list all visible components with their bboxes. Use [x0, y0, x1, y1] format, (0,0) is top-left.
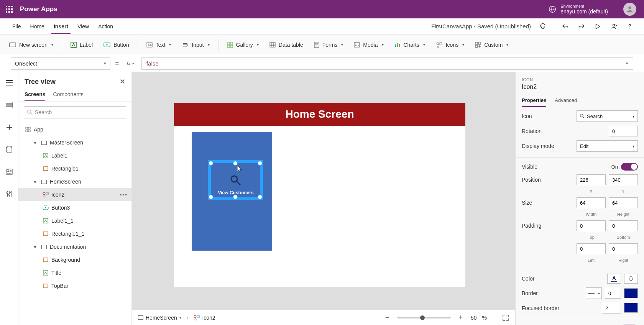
icons-label: Icons: [446, 42, 458, 48]
new-screen-button[interactable]: New screen▾: [5, 39, 57, 50]
tree-label1-1[interactable]: Label1_1: [18, 214, 131, 227]
search-icon: [27, 110, 33, 115]
app-launcher-icon[interactable]: [4, 4, 15, 15]
rotation-input[interactable]: [609, 126, 638, 136]
search-icon[interactable]: [230, 175, 242, 186]
zoom-slider[interactable]: [397, 317, 451, 318]
menu-insert[interactable]: Insert: [49, 18, 73, 34]
button-button[interactable]: Button: [100, 39, 133, 50]
border-width-input[interactable]: [605, 288, 621, 299]
property-selector[interactable]: OnSelect ▾: [11, 57, 110, 70]
zoom-in-button[interactable]: +: [456, 314, 465, 322]
menu-home[interactable]: Home: [26, 18, 49, 34]
resize-handle[interactable]: [233, 161, 238, 166]
charts-button[interactable]: Charts▾: [391, 39, 429, 50]
gallery-button[interactable]: Gallery▾: [223, 39, 263, 50]
tree-title-item[interactable]: Title: [18, 266, 131, 279]
insert-icon[interactable]: [3, 121, 15, 133]
padding-bottom-input[interactable]: [609, 220, 638, 231]
icon-select[interactable]: Search ▾: [577, 110, 638, 122]
padding-left-input[interactable]: [577, 243, 606, 254]
tree-view-icon[interactable]: [3, 99, 15, 111]
close-icon[interactable]: ✕: [120, 77, 125, 86]
slider-thumb[interactable]: [420, 315, 425, 320]
hamburger-icon[interactable]: [3, 77, 15, 89]
icons-button[interactable]: Icons▾: [432, 39, 468, 50]
svg-point-47: [28, 110, 31, 113]
prop-color-label: Color: [522, 276, 607, 282]
resize-handle[interactable]: [258, 161, 262, 166]
media-panel-icon[interactable]: [3, 166, 15, 178]
datatable-button[interactable]: Data table: [266, 39, 307, 50]
tree-search-input[interactable]: Search: [24, 106, 126, 118]
svg-rect-62: [42, 245, 47, 249]
formula-input[interactable]: false ▾: [141, 57, 633, 70]
media-button[interactable]: Media▾: [350, 39, 387, 50]
advanced-tools-icon[interactable]: [3, 188, 15, 200]
app-checker-icon[interactable]: [536, 20, 549, 33]
breadcrumb-screen[interactable]: HomeScreen ▾: [138, 315, 181, 321]
border-color-swatch[interactable]: [624, 288, 638, 298]
border-style-select[interactable]: ▾: [586, 287, 602, 299]
canvas-screen[interactable]: Home Screen View Customers: [174, 103, 465, 287]
tree-label1[interactable]: Label1: [18, 149, 131, 162]
fill-color-swatch[interactable]: [624, 274, 638, 284]
redo-icon[interactable]: [575, 20, 588, 33]
data-icon[interactable]: [3, 143, 15, 156]
share-icon[interactable]: [607, 20, 620, 33]
tab-properties[interactable]: Properties: [522, 94, 546, 107]
tree-background[interactable]: Background: [18, 253, 131, 266]
breadcrumb-selection[interactable]: Icon2: [194, 315, 215, 321]
input-button[interactable]: Input▾: [178, 39, 213, 50]
help-icon[interactable]: [623, 20, 636, 33]
avatar[interactable]: [623, 3, 636, 16]
tab-screens[interactable]: Screens: [25, 88, 45, 101]
text-color-swatch[interactable]: A: [607, 274, 621, 284]
tree-item-label: Background: [51, 257, 80, 263]
tab-components[interactable]: Components: [53, 88, 83, 101]
tree-rectangle1-1[interactable]: Rectangle1_1: [18, 227, 131, 240]
text-button[interactable]: Abc Text▾: [143, 39, 175, 50]
padding-right-input[interactable]: [609, 243, 638, 254]
selection-type: ICON: [522, 77, 638, 82]
resize-handle[interactable]: [209, 161, 213, 166]
forms-button[interactable]: Forms▾: [310, 39, 347, 50]
tree-homescreen[interactable]: ▾ HomeScreen: [18, 175, 131, 188]
play-icon[interactable]: [591, 20, 604, 33]
canvas-area[interactable]: Home Screen View Customers HomeScree: [132, 72, 515, 325]
focusedborder-color-swatch[interactable]: [624, 303, 638, 313]
home-screen-header[interactable]: Home Screen: [174, 103, 465, 126]
view-customers-tile[interactable]: View Customers: [192, 132, 272, 251]
more-icon[interactable]: •••: [120, 192, 128, 198]
tree-icon2[interactable]: Icon2 •••: [18, 188, 131, 201]
fit-to-window-icon[interactable]: [502, 314, 509, 321]
tree-rectangle1[interactable]: Rectangle1: [18, 162, 131, 175]
custom-button[interactable]: Custom▾: [471, 39, 512, 50]
icons-icon: [436, 42, 443, 48]
fx-dropdown[interactable]: fx ▾: [124, 61, 137, 67]
tab-advanced[interactable]: Advanced: [555, 94, 577, 107]
chevron-down-icon[interactable]: ▾: [626, 61, 628, 66]
visible-toggle[interactable]: [621, 163, 638, 171]
displaymode-select[interactable]: Edit ▾: [577, 140, 638, 152]
tree-button3[interactable]: Button3: [18, 201, 131, 214]
zoom-out-button[interactable]: −: [383, 314, 392, 322]
label-button[interactable]: Label: [67, 39, 97, 50]
undo-icon[interactable]: [559, 20, 572, 33]
menu-view[interactable]: View: [73, 18, 94, 34]
height-input[interactable]: [609, 197, 638, 208]
position-y-input[interactable]: [609, 174, 638, 185]
environment-picker[interactable]: Environment enayu.com (default): [548, 4, 608, 15]
tree-app[interactable]: App: [18, 123, 131, 136]
svg-point-68: [194, 315, 196, 318]
tree-masterscreen[interactable]: ▾ MasterScreen: [18, 136, 131, 149]
focusedborder-input[interactable]: [602, 303, 621, 314]
menu-action[interactable]: Action: [94, 18, 118, 34]
tree-documentation[interactable]: ▾ Documentation: [18, 240, 131, 253]
menu-file[interactable]: File: [8, 18, 26, 34]
width-input[interactable]: [577, 197, 606, 208]
padding-top-input[interactable]: [577, 220, 606, 231]
tree-topbar[interactable]: TopBar: [18, 279, 131, 292]
input-icon: [182, 42, 189, 48]
position-x-input[interactable]: [577, 174, 606, 185]
